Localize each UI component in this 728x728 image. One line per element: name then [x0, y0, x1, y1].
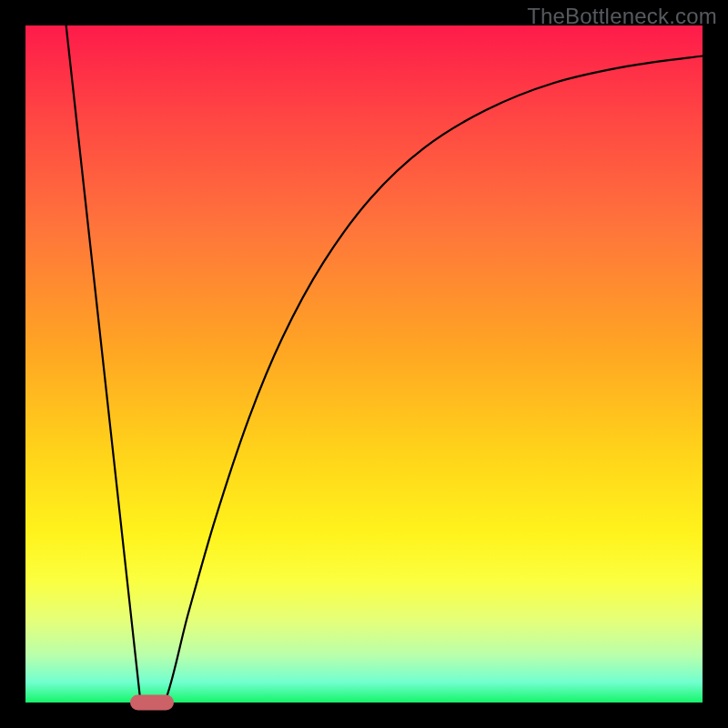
- chart-frame: TheBottleneck.com: [0, 0, 728, 728]
- optimal-marker: [130, 695, 174, 711]
- watermark-label: TheBottleneck.com: [527, 4, 717, 29]
- plot-area: [25, 25, 703, 703]
- bottleneck-curve: [25, 25, 703, 703]
